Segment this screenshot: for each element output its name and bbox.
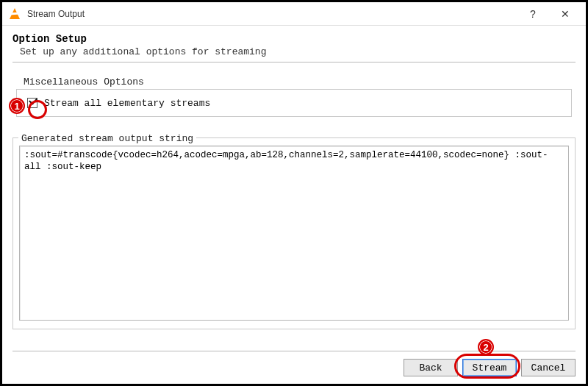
button-row: Back Stream Cancel	[12, 359, 576, 376]
generated-box	[12, 137, 576, 329]
page-subtitle: Set up any additional options for stream…	[20, 46, 576, 57]
misc-options-group: Miscellaneous Options Stream all element…	[15, 76, 573, 118]
header-divider	[12, 62, 576, 62]
vlc-cone-icon	[8, 7, 21, 21]
dialog-body: Option Setup Set up any additional optio…	[2, 26, 586, 329]
annotation-badge-2: 2	[478, 339, 494, 355]
titlebar: Stream Output ? ✕	[2, 2, 586, 26]
stream-all-checkbox[interactable]	[27, 98, 37, 108]
close-button[interactable]: ✕	[549, 3, 581, 25]
annotation-badge-1: 1	[9, 98, 25, 114]
generated-string-group: Generated stream output string	[12, 126, 576, 329]
help-button[interactable]: ?	[517, 3, 549, 25]
misc-box: Stream all elementary streams	[16, 89, 572, 117]
window-title: Stream Output	[27, 9, 517, 19]
generated-group-label: Generated stream output string	[18, 133, 196, 144]
footer: Back Stream Cancel	[12, 351, 576, 376]
cancel-button[interactable]: Cancel	[521, 359, 576, 376]
page-title: Option Setup	[12, 33, 576, 45]
stream-button[interactable]: Stream	[462, 359, 517, 376]
stream-all-label: Stream all elementary streams	[44, 98, 210, 109]
misc-group-label: Miscellaneous Options	[21, 76, 147, 87]
generated-output-textarea[interactable]	[19, 146, 569, 321]
back-button[interactable]: Back	[404, 359, 458, 376]
